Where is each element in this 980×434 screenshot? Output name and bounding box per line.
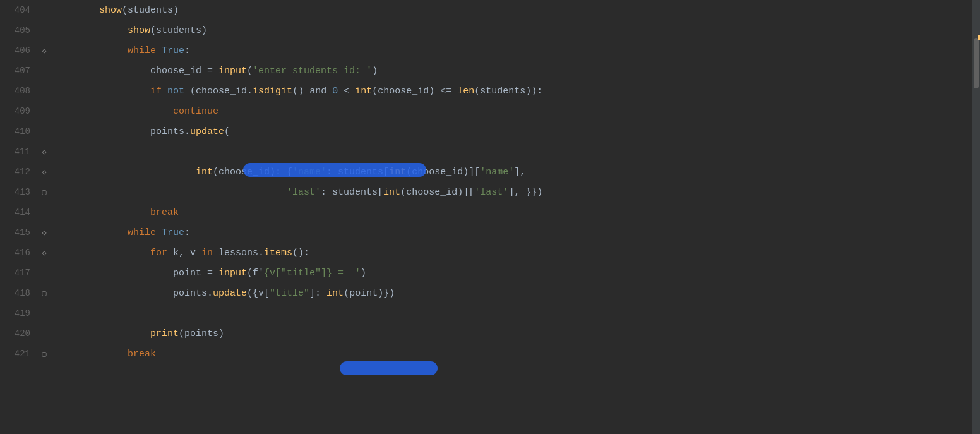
code-token (82, 45, 128, 56)
gutter-row-415: 415 ◇ (0, 222, 69, 243)
code-token: True (162, 45, 184, 56)
gutter-row-409: 409 (0, 101, 69, 121)
code-line-404: show(students) (69, 0, 972, 20)
vertical-scrollbar[interactable] (972, 0, 980, 434)
code-token: ( (224, 126, 230, 137)
code-token: (): (292, 248, 309, 258)
line-number: 407 (0, 66, 38, 76)
code-token: points. (150, 126, 190, 137)
code-line-412: int(choose_id): {'name': students[int(ch… (69, 162, 972, 182)
code-content[interactable]: show(students) show(students) while True… (69, 0, 972, 434)
line-number: 419 (0, 308, 38, 318)
code-token: input (218, 66, 247, 76)
code-line-411 (69, 142, 972, 162)
line-number: 420 (0, 329, 38, 339)
code-token (82, 329, 150, 339)
gutter-diamond-icon: ◇ (38, 248, 51, 258)
code-token: k, v (167, 248, 201, 258)
line-number: 415 (0, 227, 38, 238)
code-token: 'name' (292, 167, 326, 178)
code-token: {v["title"]} = ' (264, 268, 361, 279)
line-number: 421 (0, 349, 38, 359)
gutter-diamond-icon: ◇ (38, 46, 51, 56)
code-token: show (99, 5, 122, 16)
code-line-409: continue (69, 101, 972, 121)
code-token: ]: (309, 288, 326, 299)
code-token: (choose_id): { (213, 167, 292, 178)
code-token: lessons. (213, 248, 264, 258)
code-token: int (355, 86, 372, 97)
code-token: int (326, 288, 344, 299)
code-token: int (383, 187, 400, 198)
code-line-416: for k, v in lessons.items(): (69, 243, 972, 263)
gutter-row-421: 421 ▢ (0, 344, 69, 364)
code-token (82, 288, 173, 299)
code-token: () (292, 86, 309, 97)
code-token (326, 86, 332, 97)
gutter-row-410: 410 (0, 121, 69, 142)
gutter-diamond-icon: ◇ (38, 228, 51, 238)
line-number: 417 (0, 268, 38, 278)
code-token: for (150, 248, 167, 258)
code-token: ({v[ (247, 288, 270, 299)
code-token: : (184, 227, 190, 238)
gutter-diamond-icon: ◇ (38, 167, 51, 177)
code-token (82, 187, 287, 198)
code-token (82, 5, 99, 16)
code-token: (choose_id)][ (400, 187, 474, 198)
line-number: 405 (0, 25, 38, 35)
code-token-and: and (309, 86, 326, 97)
code-token: ) (372, 66, 378, 76)
gutter-row-417: 417 (0, 263, 69, 283)
code-token: int (389, 167, 406, 178)
code-token: 0 (332, 86, 338, 97)
gutter-row-414: 414 (0, 202, 69, 222)
code-token: "title" (270, 288, 309, 299)
code-token (82, 106, 173, 117)
gutter-row-416: 416 ◇ (0, 243, 69, 263)
gutter-row-419: 419 (0, 303, 69, 323)
code-token: break (128, 349, 156, 359)
code-token (82, 248, 150, 258)
code-token: in (201, 248, 213, 258)
code-token (156, 227, 162, 238)
code-line-421: break (69, 344, 972, 364)
code-token: input (218, 268, 247, 279)
code-token (82, 66, 150, 76)
code-token: show (128, 25, 150, 36)
code-token (156, 45, 162, 56)
scrollbar-thumb[interactable] (974, 38, 979, 88)
code-token: int (196, 167, 213, 178)
code-token: if (150, 86, 162, 97)
line-number: 418 (0, 288, 38, 298)
code-token: ) (361, 268, 366, 279)
code-token: 'enter students id: ' (253, 66, 372, 76)
code-token: (f' (247, 268, 264, 279)
code-token: ], }}) (508, 187, 542, 198)
code-token: (choose_id) <= (372, 86, 457, 97)
line-number: 413 (0, 187, 38, 197)
code-token: (students)): (474, 86, 542, 97)
code-token (162, 86, 167, 97)
gutter-row-405: 405 (0, 20, 69, 40)
code-token: (points) (179, 329, 224, 339)
code-token (82, 349, 128, 359)
code-token: (choose_id)][ (406, 167, 480, 178)
code-token: len (457, 86, 474, 97)
code-line-405: show(students) (69, 20, 972, 40)
code-token-while2: while (128, 227, 156, 238)
code-line-406: while True: (69, 40, 972, 61)
gutter-row-408: 408 (0, 81, 69, 101)
code-token: (students) (122, 5, 179, 16)
gutter-row-420: 420 (0, 323, 69, 344)
code-token: (students) (150, 25, 207, 36)
code-token: < (338, 86, 355, 97)
line-number: 408 (0, 86, 38, 96)
code-line-408: if not (choose_id.isdigit() and 0 < int(… (69, 81, 972, 101)
code-lines: show(students) show(students) while True… (69, 0, 972, 364)
code-token: ( (247, 66, 253, 76)
code-token: not (167, 86, 184, 97)
code-line-415: while True: (69, 222, 972, 243)
code-token (82, 227, 128, 238)
code-token: points. (173, 288, 213, 299)
